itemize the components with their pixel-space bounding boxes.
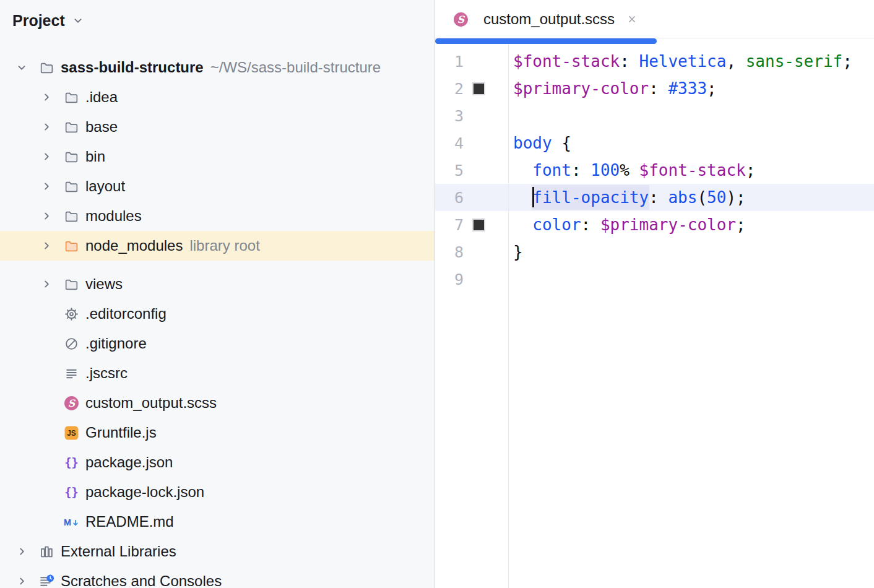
tree-row-jscsrc[interactable]: .jscsrc	[0, 358, 435, 388]
code-line-4[interactable]: 4body {	[435, 129, 874, 157]
tree-row-views[interactable]: views	[0, 269, 435, 299]
tree-item-label: layout	[85, 178, 125, 195]
code-token	[513, 188, 532, 207]
line-number: 4	[435, 134, 464, 152]
code-token: );	[726, 188, 745, 207]
folder-icon	[63, 276, 79, 292]
code-line-1[interactable]: 1$font-stack: Helvetica, sans-serif;	[435, 48, 874, 75]
code-token: $font-stack	[513, 52, 620, 71]
tab-custom-output-scss[interactable]: S custom_output.scss	[435, 0, 657, 38]
project-tool-window: Project sass-build-structure~/WS/sass-bu…	[0, 0, 435, 588]
code-token: 50	[707, 188, 726, 207]
tree-item-label: Gruntfile.js	[85, 424, 157, 441]
tree-item-label: package-lock.json	[85, 483, 204, 501]
code-line-5[interactable]: 5 font: 100% $font-stack;	[435, 157, 874, 184]
code-token: :	[620, 52, 639, 71]
svg-text:S: S	[457, 14, 465, 25]
sass-icon: S	[63, 395, 79, 411]
code-text: $font-stack: Helvetica, sans-serif;	[508, 48, 852, 75]
tree-row-gruntfile-js[interactable]: JSGruntfile.js	[0, 418, 435, 447]
chevron-right-icon[interactable]	[40, 120, 63, 134]
tree-row-package-json[interactable]: {}package.json	[0, 447, 435, 477]
folder-icon	[63, 178, 79, 194]
tree-row-custom-output-scss[interactable]: Scustom_output.scss	[0, 388, 435, 418]
tree-row-base[interactable]: base	[0, 112, 435, 142]
code-line-7[interactable]: 7 color: $primary-color;	[435, 211, 874, 238]
tree-row-node-modules[interactable]: node_moduleslibrary root	[0, 231, 435, 261]
tree-item-label: bin	[85, 148, 105, 165]
chevron-right-icon[interactable]	[40, 277, 63, 291]
project-tree: sass-build-structure~/WS/sass-build-stru…	[0, 41, 435, 588]
code-line-8[interactable]: 8}	[435, 238, 874, 266]
svg-text:JS: JS	[67, 429, 76, 438]
gutter-slot	[464, 218, 508, 231]
json-icon: {}	[63, 454, 79, 470]
code-line-3[interactable]: 3	[435, 102, 874, 129]
chevron-down-icon[interactable]	[71, 14, 85, 27]
tree-item-label: views	[85, 275, 123, 293]
code-token: body	[513, 134, 552, 152]
sass-icon: S	[452, 11, 469, 27]
tree-row-external-libraries[interactable]: External Libraries	[0, 537, 435, 566]
tree-item-label: .gitignore	[85, 335, 147, 352]
code-token: :	[649, 79, 668, 98]
chevron-right-icon[interactable]	[15, 574, 38, 588]
active-tab-indicator	[435, 38, 657, 44]
editor-tab-bar: S custom_output.scss	[435, 0, 874, 38]
tree-row-idea[interactable]: .idea	[0, 82, 435, 112]
tree-row-editorconfig[interactable]: .editorconfig	[0, 299, 435, 329]
tree-row-sass-build-structure[interactable]: sass-build-structure~/WS/sass-build-stru…	[0, 53, 435, 82]
tree-row-package-lock-json[interactable]: {}package-lock.json	[0, 477, 435, 507]
color-preview-swatch[interactable]	[472, 218, 485, 231]
code-text: }	[508, 238, 523, 266]
chevron-right-icon[interactable]	[40, 209, 63, 223]
code-token: :	[571, 161, 591, 179]
color-preview-swatch[interactable]	[472, 82, 485, 95]
tree-item-label: package.json	[85, 454, 173, 471]
code-token: $font-stack	[639, 161, 746, 179]
tree-row-scratches-and-consoles[interactable]: Scratches and Consoles	[0, 566, 435, 588]
tree-row-bin[interactable]: bin	[0, 142, 435, 171]
chevron-down-icon[interactable]	[15, 61, 38, 74]
tree-row-modules[interactable]: modules	[0, 201, 435, 231]
code-line-9[interactable]: 9	[435, 266, 874, 293]
chevron-right-icon[interactable]	[40, 150, 63, 163]
folder-icon	[63, 208, 79, 224]
code-line-2[interactable]: 2$primary-color: #333;	[435, 75, 874, 102]
folder-icon	[38, 59, 54, 76]
code-token: $primary-color	[513, 79, 649, 98]
chevron-right-icon[interactable]	[15, 545, 38, 558]
tree-row-layout[interactable]: layout	[0, 171, 435, 201]
project-title: Project	[12, 12, 65, 30]
code-token: }	[513, 243, 523, 261]
tree-item-label: modules	[85, 207, 142, 225]
chevron-right-icon[interactable]	[40, 239, 63, 253]
close-icon[interactable]	[626, 13, 638, 25]
code-token: #333	[668, 79, 707, 98]
code-token: ;	[707, 79, 717, 98]
code-line-6[interactable]: 6 fill-opacity: abs(50);	[435, 184, 874, 211]
line-number: 9	[435, 270, 464, 288]
tree-row-gitignore[interactable]: .gitignore	[0, 329, 435, 358]
code-token: ;	[746, 161, 756, 179]
tree-item-suffix: library root	[189, 237, 259, 254]
code-token	[513, 215, 532, 234]
tree-item-label: README.md	[85, 513, 174, 530]
code-token: %	[620, 161, 639, 179]
chevron-right-icon[interactable]	[40, 179, 63, 193]
tree-row-readme-md[interactable]: MREADME.md	[0, 507, 435, 537]
code-token: :	[581, 215, 600, 234]
no-entry-icon	[63, 335, 79, 352]
folder-icon	[63, 149, 79, 165]
chevron-right-icon[interactable]	[40, 90, 63, 104]
tree-item-label: base	[85, 118, 118, 136]
libraries-icon	[38, 543, 54, 560]
folder-icon	[63, 119, 79, 135]
code-text: fill-opacity: abs(50);	[508, 184, 746, 211]
json-icon: {}	[63, 484, 79, 500]
ide-window: Project sass-build-structure~/WS/sass-bu…	[0, 0, 874, 588]
svg-text:{}: {}	[64, 486, 79, 499]
tree-item-label: .jscsrc	[85, 365, 128, 382]
project-header: Project	[0, 0, 435, 41]
svg-text:S: S	[67, 397, 76, 409]
